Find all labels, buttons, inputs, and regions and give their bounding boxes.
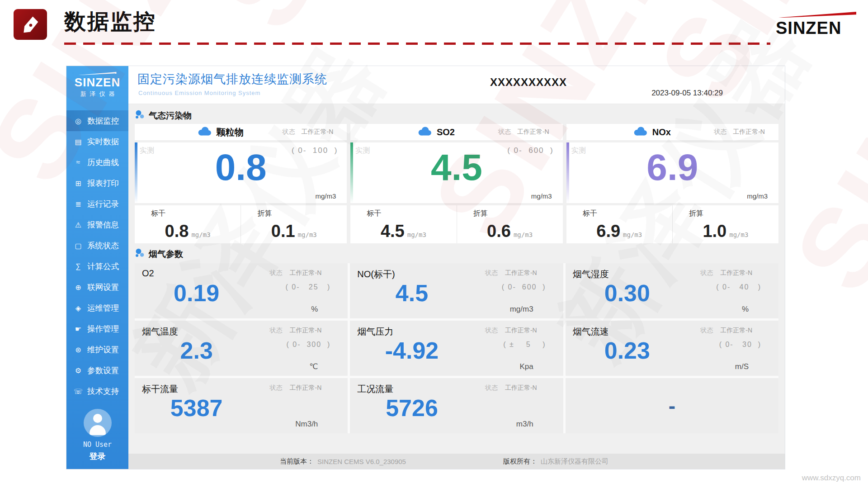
ops-management-icon: ◈ <box>73 304 83 313</box>
measured-unit: mg/m3 <box>747 192 768 200</box>
range-label: ( 0- 600 ) <box>502 283 546 291</box>
pollutant-name: 颗粒物 <box>217 126 244 138</box>
status-group: 状态工作正常-N <box>283 124 334 140</box>
range-label: ( 0- 25 ) <box>286 283 331 291</box>
status-label: 状态 <box>283 128 295 136</box>
param-unit: Nm3/h <box>295 420 318 429</box>
pollutant-name: SO2 <box>437 127 455 137</box>
param-name: 烟气温度 <box>142 326 178 338</box>
conv-label: 折算 <box>473 209 488 218</box>
calc-formula-icon: ∑ <box>73 262 83 270</box>
run-log-icon: ≣ <box>73 200 83 208</box>
pollutant-name: NOx <box>652 127 671 137</box>
param-name: 烟气压力 <box>357 326 393 338</box>
sidebar-item-system-status[interactable]: ▢系统状态 <box>66 235 128 256</box>
gas-section-title: 气态污染物 <box>149 110 192 122</box>
sidebar-item-label: 运维管理 <box>87 303 119 313</box>
sidebar-item-label: 联网设置 <box>87 282 119 293</box>
param-name: O2 <box>142 268 154 279</box>
conv-value-panel: 折算1.0mg/m3 <box>672 205 778 243</box>
param-cell-std-flow: 标干流量状态工作正常-N5387Nm3/h <box>135 378 348 433</box>
status-group: 状态工作正常-N <box>700 327 752 335</box>
range-label: ( 0- 40 ) <box>716 283 761 291</box>
conv-value: 1.0mg/m3 <box>673 222 778 241</box>
sidebar-item-operation-management[interactable]: ☛操作管理 <box>66 318 128 339</box>
pollutant-cards-row: 颗粒物状态工作正常-N实测( 0- 100 )0.8mg/m3标干0.8mg/m… <box>135 124 778 243</box>
version-value: SINZEN CEMS V6.0_230905 <box>317 458 406 465</box>
status-group: 状态工作正常-N <box>700 269 752 277</box>
empty-value-dash: - <box>566 378 778 433</box>
sidebar-item-label: 计算公式 <box>87 261 119 272</box>
derived-values-row: 标干6.9mg/m3折算1.0mg/m3 <box>566 205 778 243</box>
param-cell-actual-flow: 工况流量状态工作正常-N5726m3/h <box>350 378 563 433</box>
status-group: 状态工作正常-N <box>498 124 549 140</box>
sidebar-item-network-settings[interactable]: ⊕联网设置 <box>66 277 128 298</box>
sidebar-item-report-print[interactable]: ⊞报表打印 <box>66 173 128 194</box>
param-unit: m3/h <box>516 420 533 429</box>
flue-params-grid: O2状态工作正常-N( 0- 25 )0.19%NO(标干)状态工作正常-N( … <box>135 263 778 433</box>
sidebar-item-label: 运行记录 <box>87 199 119 209</box>
version-label: 当前版本： <box>280 457 314 466</box>
parameter-settings-icon: ⚙ <box>73 366 83 375</box>
avatar-head-icon <box>93 414 102 423</box>
std-unit: mg/m3 <box>623 231 642 238</box>
std-value: 4.5mg/m3 <box>350 222 456 241</box>
system-subtitle: Continuous Emission Monitoring System <box>138 90 260 96</box>
measured-unit: mg/m3 <box>531 192 552 200</box>
sidebar-item-history-curve[interactable]: ≈历史曲线 <box>66 152 128 173</box>
flue-section-title: 烟气参数 <box>149 248 183 260</box>
param-name: 烟气湿度 <box>573 268 609 280</box>
version-info: 当前版本： SINZEN CEMS V6.0_230905 <box>280 457 406 466</box>
sidebar-logo-subtext: 新泽仪器 <box>66 90 128 98</box>
derived-values-row: 标干4.5mg/m3折算0.6mg/m3 <box>350 205 562 243</box>
tech-support-icon: ☏ <box>73 387 83 396</box>
station-name: XXXXXXXXXX <box>490 76 567 89</box>
login-button[interactable]: 登录 <box>66 451 128 462</box>
std-value-panel: 标干4.5mg/m3 <box>350 205 456 243</box>
cems-app-window: SINZEN 新泽仪器 ◎数据监控▤实时数据≈历史曲线⊞报表打印≣运行记录⚠报警… <box>66 66 785 469</box>
param-value: 5387 <box>135 394 258 422</box>
page-title: 数据监控 <box>64 7 156 36</box>
sidebar-item-tech-support[interactable]: ☏技术支持 <box>66 381 128 402</box>
sidebar-item-label: 报警信息 <box>87 219 119 230</box>
status-value: 工作正常-N <box>290 327 322 335</box>
param-cell-humidity: 烟气湿度状态工作正常-N( 0- 40 )0.30% <box>566 263 778 318</box>
conv-label: 折算 <box>257 209 272 218</box>
sidebar-item-label: 操作管理 <box>87 323 119 334</box>
sidebar-item-alarm-info[interactable]: ⚠报警信息 <box>66 214 128 235</box>
sidebar-item-ops-management[interactable]: ◈运维管理 <box>66 298 128 318</box>
measured-panel-nox: 实测6.9mg/m3 <box>566 142 778 203</box>
cloud-icon <box>632 126 648 138</box>
status-group: 状态工作正常-N <box>485 384 537 392</box>
app-header: 固定污染源烟气排放连续监测系统 Continuous Emission Moni… <box>128 66 785 104</box>
dots-icon <box>135 110 145 122</box>
report-print-icon: ⊞ <box>73 179 83 188</box>
std-value-panel: 标干6.9mg/m3 <box>566 205 672 243</box>
status-value: 工作正常-N <box>505 269 537 277</box>
copyright-value: 山东新泽仪器有限公司 <box>541 457 609 466</box>
sidebar-item-maintenance-settings[interactable]: ⊛维护设置 <box>66 339 128 360</box>
slide-header: 数据监控 SINZEN <box>0 0 868 53</box>
param-unit: mg/m3 <box>510 305 533 314</box>
param-cell-reserved: - <box>566 378 778 433</box>
sidebar-item-parameter-settings[interactable]: ⚙参数设置 <box>66 360 128 381</box>
app-footer: 当前版本： SINZEN CEMS V6.0_230905 版权所有： 山东新泽… <box>128 454 785 469</box>
status-group: 状态工作正常-N <box>714 124 765 140</box>
sidebar-item-calc-formula[interactable]: ∑计算公式 <box>66 256 128 277</box>
sidebar-item-label: 历史曲线 <box>87 157 119 168</box>
param-value: 0.30 <box>566 280 689 307</box>
param-cell-no-std: NO(标干)状态工作正常-N( 0- 600 )4.5mg/m3 <box>350 263 563 318</box>
sidebar-item-run-log[interactable]: ≣运行记录 <box>66 194 128 214</box>
param-name: 烟气流速 <box>573 326 609 338</box>
range-label: ( 0- 30 ) <box>719 341 761 349</box>
sidebar-item-label: 参数设置 <box>87 365 119 376</box>
status-value: 工作正常-N <box>517 128 549 136</box>
conv-unit: mg/m3 <box>514 231 533 238</box>
status-group: 状态工作正常-N <box>485 327 537 335</box>
card-header-pm: 颗粒物状态工作正常-N <box>135 124 347 140</box>
sinzen-logo-stripe <box>778 12 856 18</box>
measured-panel-pm: 实测( 0- 100 )0.8mg/m3 <box>135 142 347 203</box>
card-header-so2: SO2状态工作正常-N <box>350 124 562 140</box>
status-group: 状态工作正常-N <box>485 269 537 277</box>
conv-value: 0.6mg/m3 <box>457 222 563 241</box>
